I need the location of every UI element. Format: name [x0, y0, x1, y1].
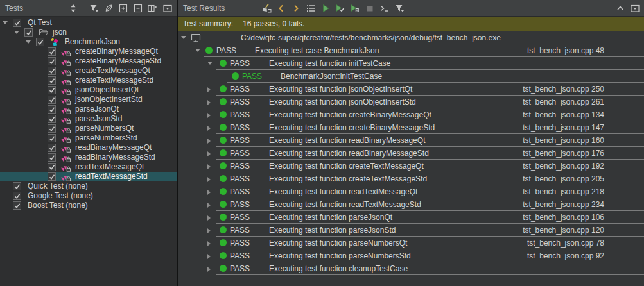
hide-panel-icon[interactable] — [627, 1, 642, 15]
result-row[interactable]: PASSExecuting test function initTestCase — [178, 57, 644, 70]
tree-item-json[interactable]: json — [0, 28, 177, 37]
expander-closed-icon[interactable] — [207, 190, 211, 195]
expander-closed-icon[interactable] — [207, 215, 211, 221]
test-checkbox[interactable] — [13, 182, 21, 190]
result-file-line[interactable]: tst_bench_json.cpp 234 — [523, 198, 604, 211]
expander-open-icon[interactable] — [14, 31, 19, 34]
result-file-line[interactable]: tst_bench_json.cpp 250 — [523, 83, 604, 96]
expand-all-icon[interactable] — [116, 1, 130, 15]
expander-closed-icon[interactable] — [207, 164, 211, 169]
result-file-line[interactable]: tst_bench_json.cpp 106 — [523, 211, 604, 224]
tree-item-parsenumbersqt[interactable]: parseNumbersQt — [0, 124, 177, 133]
test-checkbox[interactable] — [13, 201, 21, 210]
output-icon[interactable] — [303, 1, 318, 15]
test-checkbox[interactable] — [48, 124, 56, 133]
result-file-line[interactable]: tst_bench_json.cpp 48 — [527, 44, 604, 57]
test-checkbox[interactable] — [48, 153, 56, 162]
collapse-all-icon[interactable] — [130, 1, 145, 15]
test-checkbox[interactable] — [48, 163, 56, 171]
result-file-line[interactable]: tst_bench_json.cpp 205 — [523, 172, 604, 185]
tree-item-qt-test[interactable]: Qt Test — [0, 18, 177, 28]
result-row-executable[interactable]: C:/dev/qtc-super/qtcreator/tests/benchma… — [178, 31, 644, 44]
hide-panel-icon[interactable] — [160, 1, 175, 15]
run-selected-icon[interactable] — [333, 1, 347, 15]
tree-item-parsejsonqt[interactable]: parseJsonQt — [0, 105, 177, 114]
result-row[interactable]: PASSExecuting test function parseJsonQtt… — [178, 211, 644, 224]
tree-item-boost-test-none-[interactable]: Boost Test (none) — [0, 201, 177, 210]
result-row[interactable]: PASSExecuting test function readBinaryMe… — [178, 147, 644, 160]
result-row[interactable]: PASSExecuting test function createBinary… — [178, 121, 644, 134]
expander-closed-icon[interactable] — [207, 254, 211, 259]
result-file-line[interactable]: tst_bench_json.cpp 147 — [523, 121, 604, 134]
expander-open-icon[interactable] — [207, 62, 213, 65]
expander-closed-icon[interactable] — [207, 100, 211, 105]
terminal-icon[interactable] — [377, 1, 392, 15]
result-row[interactable]: PASSExecuting test function createBinary… — [178, 108, 644, 121]
test-checkbox[interactable] — [13, 19, 21, 27]
test-checkbox[interactable] — [24, 28, 33, 37]
expander-open-icon[interactable] — [181, 36, 186, 39]
test-checkbox[interactable] — [48, 96, 56, 104]
tree-item-readbinarymessageqt[interactable]: readBinaryMessageQt — [0, 143, 177, 153]
filter-icon[interactable] — [86, 1, 101, 15]
expander-closed-icon[interactable] — [207, 113, 211, 118]
result-row[interactable]: PASSExecuting test function createTextMe… — [178, 160, 644, 172]
tree-item-jsonobjectinsertstd[interactable]: jsonObjectInsertStd — [0, 95, 177, 105]
expander-open-icon[interactable] — [195, 49, 200, 52]
test-checkbox[interactable] — [48, 144, 56, 152]
expander-closed-icon[interactable] — [207, 267, 211, 272]
test-checkbox[interactable] — [48, 47, 56, 56]
tree-item-readtextmessagestd[interactable]: readTextMessageStd — [0, 172, 177, 181]
tree-item-createbinarymessageqt[interactable]: createBinaryMessageQt — [0, 47, 177, 56]
tree-item-quick-test-none-[interactable]: Quick Test (none) — [0, 181, 177, 191]
clean-icon[interactable] — [259, 1, 274, 15]
test-checkbox[interactable] — [48, 67, 56, 75]
result-row[interactable]: PASSExecuting test function parseJsonStd… — [178, 224, 644, 237]
test-checkbox[interactable] — [36, 38, 44, 46]
expander-closed-icon[interactable] — [207, 203, 211, 208]
test-checkbox[interactable] — [48, 105, 56, 114]
result-row[interactable]: PASSExecuting test function readTextMess… — [178, 185, 644, 198]
result-row[interactable]: PASSExecuting test function jsonObjectIn… — [178, 83, 644, 96]
split-icon[interactable] — [145, 1, 160, 15]
filter-icon[interactable] — [392, 1, 406, 15]
test-checkbox[interactable] — [48, 172, 56, 181]
tree-item-createtextmessagestd[interactable]: createTextMessageStd — [0, 76, 177, 85]
test-checkbox[interactable] — [13, 192, 21, 200]
expander-open-icon[interactable] — [3, 21, 8, 24]
tree-item-parsenumbersstd[interactable]: parseNumbersStd — [0, 133, 177, 143]
tree-item-jsonobjectinsertqt[interactable]: jsonObjectInsertQt — [0, 85, 177, 95]
test-checkbox[interactable] — [48, 57, 56, 65]
tree-item-readbinarymessagestd[interactable]: readBinaryMessageStd — [0, 153, 177, 162]
expander-closed-icon[interactable] — [207, 139, 211, 144]
result-file-line[interactable]: tst_bench_json.cpp 261 — [523, 96, 604, 108]
result-file-line[interactable]: tst_bench_json.cpp 192 — [523, 160, 604, 172]
result-file-line[interactable]: tst_bench_json.cpp 160 — [523, 134, 604, 147]
run-file-icon[interactable] — [347, 1, 362, 15]
tree-item-google-test-none-[interactable]: Google Test (none) — [0, 191, 177, 201]
next-icon[interactable] — [288, 1, 303, 15]
tree-item-benchmarkjson[interactable]: BenchmarkJson — [0, 37, 177, 47]
result-file-line[interactable]: tst_bench_json.cpp 176 — [523, 147, 604, 160]
chevron-up-icon[interactable] — [613, 1, 627, 15]
expander-closed-icon[interactable] — [207, 87, 211, 92]
prev-icon[interactable] — [274, 1, 288, 15]
tree-item-parsejsonstd[interactable]: parseJsonStd — [0, 114, 177, 124]
sort-icon[interactable] — [65, 1, 80, 15]
test-checkbox[interactable] — [48, 86, 56, 94]
result-row[interactable]: PASSExecuting test function cleanupTestC… — [178, 262, 644, 275]
result-row[interactable]: PASSExecuting test function parseNumbers… — [178, 237, 644, 249]
test-checkbox[interactable] — [48, 134, 56, 142]
expander-closed-icon[interactable] — [207, 228, 211, 233]
result-row[interactable]: PASSExecuting test function readTextMess… — [178, 198, 644, 211]
result-file-line[interactable]: tst_bench_json.cpp 134 — [523, 108, 604, 121]
expander-open-icon[interactable] — [26, 40, 31, 44]
expander-closed-icon[interactable] — [207, 151, 211, 156]
tree-item-readtextmessageqt[interactable]: readTextMessageQt — [0, 162, 177, 172]
result-file-line[interactable]: tst_bench_json.cpp 78 — [527, 237, 604, 249]
tree-item-createtextmessageqt[interactable]: createTextMessageQt — [0, 66, 177, 76]
run-all-icon[interactable] — [318, 1, 333, 15]
result-row[interactable]: PASSExecuting test case BenchmarkJsontst… — [178, 44, 644, 57]
expander-closed-icon[interactable] — [207, 241, 211, 246]
test-checkbox[interactable] — [48, 76, 56, 85]
